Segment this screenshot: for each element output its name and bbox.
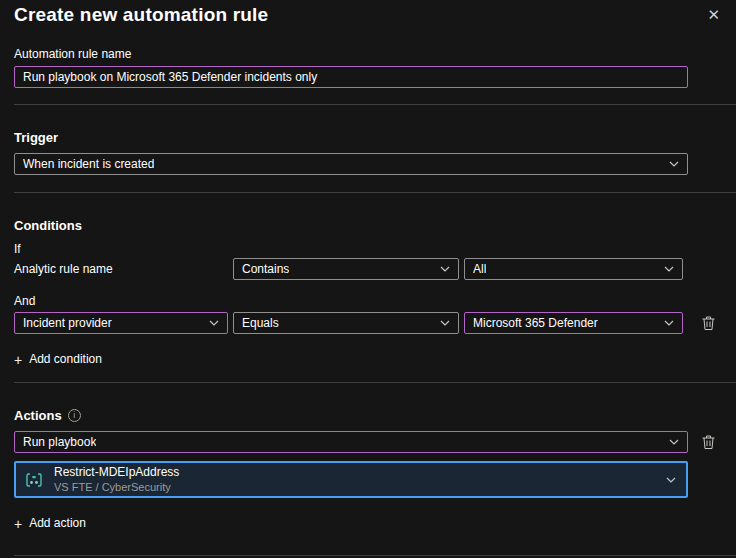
add-condition-label: Add condition [29,352,102,367]
trash-icon [702,316,715,330]
delete-condition-button[interactable] [700,314,717,332]
divider [14,104,736,105]
field-select-text: Incident provider [23,316,112,330]
analytic-rule-name-label: Analytic rule name [14,262,228,276]
chevron-down-icon [669,161,679,167]
delete-action-button[interactable] [700,433,717,451]
trigger-heading: Trigger [14,130,736,145]
add-action-label: Add action [29,516,86,531]
operator-select-text: Equals [242,316,279,330]
action-type-text: Run playbook [23,435,96,449]
playbook-workspace: VS FTE / CyberSecurity [54,481,658,493]
chevron-down-icon [669,439,679,445]
conditions-heading: Conditions [14,218,736,233]
if-label: If [14,242,736,256]
action-row: Run playbook [14,431,736,453]
analytic-rule-value-select[interactable]: All [464,258,683,280]
playbook-text: Restrict-MDEIpAddress VS FTE / CyberSecu… [54,466,658,493]
page-title: Create new automation rule [14,4,268,26]
add-condition-button[interactable]: + Add condition [14,352,102,367]
condition-row-2: Incident provider Equals Microsoft 365 D… [14,312,736,334]
divider [14,192,736,193]
rule-name-input[interactable] [14,66,688,88]
trigger-select[interactable]: When incident is created [14,153,688,175]
close-icon[interactable]: ✕ [701,4,726,26]
playbook-select[interactable]: Restrict-MDEIpAddress VS FTE / CyberSecu… [14,461,688,498]
condition-value-select[interactable]: Microsoft 365 Defender [464,312,683,334]
condition-value-text: Microsoft 365 Defender [473,316,598,330]
trash-icon [702,435,715,449]
trigger-value: When incident is created [23,157,154,171]
plus-icon: + [14,517,22,531]
panel-header: Create new automation rule ✕ [14,0,736,26]
action-type-select[interactable]: Run playbook [14,431,688,453]
logic-app-icon [24,470,44,490]
chevron-down-icon [440,266,450,272]
add-action-button[interactable]: + Add action [14,516,86,531]
plus-icon: + [14,353,22,367]
chevron-down-icon [666,477,676,483]
info-icon[interactable]: i [68,409,81,422]
divider [14,382,736,383]
chevron-down-icon [440,320,450,326]
analytic-rule-operator-select[interactable]: Contains [233,258,459,280]
chevron-down-icon [664,320,674,326]
condition-operator-select[interactable]: Equals [233,312,459,334]
actions-heading-row: Actions i [14,408,736,423]
value-select-text: All [473,262,486,276]
playbook-name: Restrict-MDEIpAddress [54,466,658,479]
create-automation-rule-panel: Create new automation rule ✕ Automation … [0,0,736,556]
condition-row-1: Analytic rule name Contains All [14,258,736,280]
actions-heading: Actions [14,408,62,423]
chevron-down-icon [664,266,674,272]
divider [14,555,736,556]
rule-name-label: Automation rule name [14,47,736,61]
and-label: And [14,294,736,308]
chevron-down-icon [209,320,219,326]
condition-field-select[interactable]: Incident provider [14,312,228,334]
info-glyph: i [73,408,75,423]
operator-value: Contains [242,262,289,276]
